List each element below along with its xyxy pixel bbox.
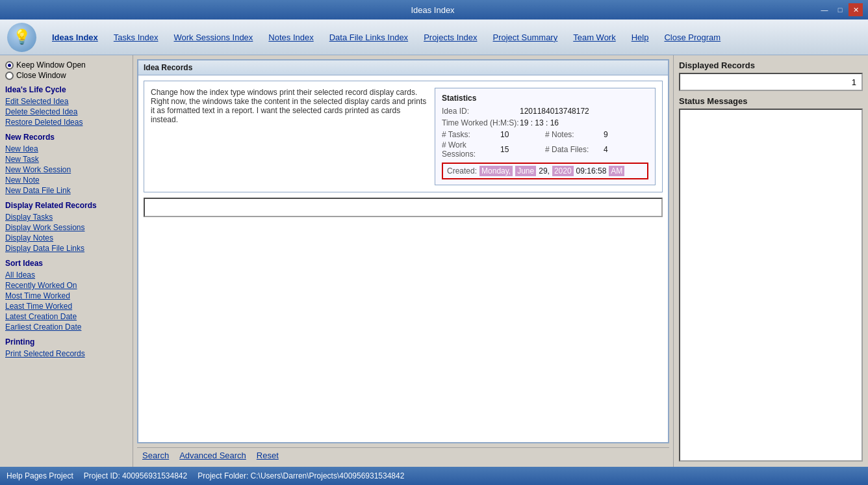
menu-tasks-index[interactable]: Tasks Index	[106, 30, 166, 45]
created-label: Created:	[447, 166, 477, 176]
close-button[interactable]: ✕	[849, 3, 863, 16]
sidebar-new-data-file-link[interactable]: New Data File Link	[5, 185, 120, 196]
menu-help[interactable]: Help	[624, 30, 657, 45]
menu-project-summary[interactable]: Project Summary	[485, 30, 566, 45]
sidebar-recently-worked-on[interactable]: Recently Worked On	[5, 280, 120, 291]
stats-time-worked-value: 19 : 13 : 16	[520, 118, 559, 127]
status-project-id: Project ID: 400956931534842	[84, 471, 187, 480]
app-logo: 💡	[5, 21, 38, 53]
sidebar-delete-selected-idea[interactable]: Delete Selected Idea	[5, 107, 120, 117]
status-messages-title: Status Messages	[679, 96, 863, 106]
created-day-num: 29,	[539, 166, 550, 176]
created-year: 2020	[552, 166, 574, 176]
menu-bar: 💡 Ideas Index Tasks Index Work Sessions …	[0, 20, 868, 55]
advanced-search-link[interactable]: Advanced Search	[179, 451, 246, 460]
minimize-button[interactable]: —	[817, 3, 832, 16]
stats-data-files-label: # Data Files:	[545, 145, 604, 154]
sidebar-new-work-session[interactable]: New Work Session	[5, 164, 120, 175]
stats-idea-id-label: Idea ID:	[442, 107, 520, 116]
stats-notes-item: # Notes: 9	[545, 130, 648, 139]
radio-close-window	[5, 72, 14, 80]
created-month: June	[515, 166, 536, 176]
sidebar-display-tasks[interactable]: Display Tasks	[5, 212, 120, 222]
logo-icon: 💡	[7, 23, 36, 52]
stats-tasks-label: # Tasks:	[442, 130, 500, 139]
display-related-title: Display Related Records	[5, 201, 120, 210]
stats-time-worked-label: Time Worked (H:M:S):	[442, 118, 520, 127]
search-bar: Search Advanced Search Reset	[137, 447, 669, 463]
menu-ideas-index[interactable]: Ideas Index	[44, 30, 106, 45]
content-area: Idea Records Change how the index type w…	[133, 55, 673, 467]
maximize-button[interactable]: □	[833, 3, 847, 16]
status-messages-section: Status Messages	[679, 96, 863, 462]
stats-idea-id-value: 1201184013748172	[520, 107, 589, 116]
menu-items: Ideas Index Tasks Index Work Sessions In…	[44, 30, 728, 45]
status-bar: Help Pages Project Project ID: 400956931…	[0, 467, 868, 485]
displayed-records-section: Displayed Records 1	[679, 60, 863, 91]
reset-link[interactable]: Reset	[257, 451, 279, 460]
panel-content: Change how the index type windows print …	[138, 75, 668, 442]
record-card: Change how the index type windows print …	[144, 81, 663, 192]
status-messages-box	[679, 109, 863, 462]
sidebar-earliest-creation-date[interactable]: Earliest Creation Date	[5, 322, 120, 332]
stats-time-worked-row: Time Worked (H:M:S): 19 : 13 : 16	[442, 118, 648, 127]
sidebar-display-data-file-links[interactable]: Display Data File Links	[5, 243, 120, 254]
title-bar-title: Ideas Index	[48, 5, 817, 15]
menu-data-file-links-index[interactable]: Data File Links Index	[322, 30, 416, 45]
sidebar-display-notes[interactable]: Display Notes	[5, 233, 120, 243]
radio-keep-window	[5, 61, 14, 70]
menu-projects-index[interactable]: Projects Index	[416, 30, 485, 45]
stats-data-files-item: # Data Files: 4	[545, 140, 648, 159]
idea-records-title: Idea Records	[138, 60, 668, 75]
stats-notes-label: # Notes:	[545, 130, 604, 139]
sidebar-most-time-worked[interactable]: Most Time Worked	[5, 291, 120, 301]
stats-work-sessions-item: # Work Sessions: 15	[442, 140, 545, 159]
idea-records-panel: Idea Records Change how the index type w…	[137, 59, 669, 443]
main-container: Keep Window Open Close Window Idea's Lif…	[0, 55, 868, 467]
sidebar-content: Keep Window Open Close Window Idea's Lif…	[0, 55, 133, 364]
stats-work-sessions-value: 15	[500, 145, 509, 154]
menu-team-work[interactable]: Team Work	[565, 30, 624, 45]
ideas-life-cycle-title: Idea's Life Cycle	[5, 85, 120, 94]
sort-ideas-title: Sort Ideas	[5, 259, 120, 268]
status-project-folder: Project Folder: C:\Users\Darren\Projects…	[198, 471, 404, 480]
stats-tasks-value: 10	[500, 130, 509, 139]
sidebar-all-ideas[interactable]: All Ideas	[5, 270, 120, 280]
menu-work-sessions-index[interactable]: Work Sessions Index	[166, 30, 261, 45]
stats-work-sessions-label: # Work Sessions:	[442, 140, 500, 159]
close-window-option[interactable]: Close Window	[5, 71, 120, 80]
sidebar-new-task[interactable]: New Task	[5, 154, 120, 164]
window-mode-group: Keep Window Open Close Window	[5, 60, 120, 80]
displayed-records-box: 1	[679, 73, 863, 91]
created-day: Monday,	[479, 166, 513, 176]
stats-title: Statistics	[442, 94, 648, 103]
displayed-records-value: 1	[852, 77, 856, 87]
title-bar-controls: — □ ✕	[817, 3, 863, 16]
record-text: Change how the index type windows print …	[151, 88, 435, 185]
printing-title: Printing	[5, 337, 120, 347]
sidebar-least-time-worked[interactable]: Least Time Worked	[5, 301, 120, 311]
right-panel: Displayed Records 1 Status Messages	[673, 55, 868, 467]
sidebar-new-idea[interactable]: New Idea	[5, 144, 120, 154]
sidebar-edit-selected-idea[interactable]: Edit Selected Idea	[5, 96, 120, 107]
displayed-records-title: Displayed Records	[679, 60, 863, 70]
sidebar-latest-creation-date[interactable]: Latest Creation Date	[5, 311, 120, 322]
stats-tasks-item: # Tasks: 10	[442, 130, 545, 139]
stats-data-files-value: 4	[604, 145, 608, 154]
keep-window-open-option[interactable]: Keep Window Open	[5, 60, 120, 70]
record-main: Change how the index type windows print …	[144, 81, 662, 192]
sidebar-restore-deleted-ideas[interactable]: Restore Deleted Ideas	[5, 117, 120, 127]
menu-notes-index[interactable]: Notes Index	[261, 30, 321, 45]
menu-close-program[interactable]: Close Program	[656, 30, 728, 45]
sidebar-print-selected-records[interactable]: Print Selected Records	[5, 348, 120, 359]
created-time: 09:16:58	[576, 166, 607, 176]
sidebar-new-note[interactable]: New Note	[5, 175, 120, 185]
stats-idea-id-row: Idea ID: 1201184013748172	[442, 107, 648, 116]
records-list-box[interactable]	[144, 198, 663, 217]
created-row: Created: Monday, June 29, 2020 09:16:58 …	[442, 163, 648, 179]
record-stats: Statistics Idea ID: 1201184013748172 Tim…	[435, 88, 656, 185]
sidebar-display-work-sessions[interactable]: Display Work Sessions	[5, 222, 120, 233]
sidebar: Keep Window Open Close Window Idea's Lif…	[0, 55, 133, 467]
search-link[interactable]: Search	[142, 451, 169, 460]
stats-grid: # Tasks: 10 # Notes: 9 # Work Sessions: …	[442, 130, 648, 159]
